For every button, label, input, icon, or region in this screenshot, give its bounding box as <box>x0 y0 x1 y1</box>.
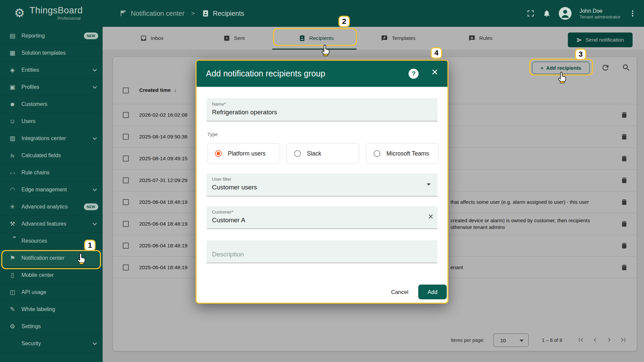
top-header: Notification center > Recipients John Do… <box>103 0 644 27</box>
sidebar-item-white-labeling[interactable]: ✎ White labeling <box>0 301 103 318</box>
radio-selected-icon[interactable] <box>215 150 222 157</box>
new-badge: NEW <box>84 33 98 39</box>
advanced-analytics-icon: ✳ <box>8 203 17 210</box>
header-actions: John Doe Tenant administrator <box>527 0 637 27</box>
thingsboard-logo-icon: ⚙ <box>14 6 25 20</box>
dropdown-arrow-icon[interactable] <box>427 183 431 186</box>
customers-icon: ☻ <box>8 101 17 108</box>
sidebar-item-reporting[interactable]: ▤ Reporting NEW <box>0 27 103 45</box>
chevron-down-icon <box>93 188 97 191</box>
solution-templates-icon: ▦ <box>8 49 17 57</box>
sidebar-item-label: Reporting <box>21 33 45 39</box>
type-option-slack[interactable]: Slack <box>286 143 359 164</box>
sidebar-item-label: Solution templates <box>21 50 66 56</box>
clear-customer-button[interactable]: × <box>428 212 433 222</box>
customer-field-label: Customer* <box>212 209 233 215</box>
sidebar-item-label: Rule chains <box>21 170 50 176</box>
bell-icon <box>543 9 551 17</box>
add-button[interactable]: Add <box>418 285 447 299</box>
reporting-icon: ▤ <box>8 32 17 40</box>
app-edition: Professional <box>30 16 80 21</box>
type-option-platform-users[interactable]: Platform users <box>207 143 280 164</box>
user-filter-select[interactable]: User filter Customer users <box>207 173 437 196</box>
mobile-center-icon: ▯ <box>8 272 17 279</box>
step-badge-2: 2 <box>338 16 350 27</box>
sidebar-item-settings[interactable]: ⚙ Settings <box>0 318 103 335</box>
more-menu-button[interactable] <box>629 9 637 17</box>
white-labeling-icon: ✎ <box>8 306 17 313</box>
sidebar-item-label: Advanced analytics <box>21 204 68 210</box>
sidebar-item-label: Calculated fields <box>21 153 61 159</box>
sidebar-item-advanced-analytics[interactable]: ✳ Advanced analytics NEW <box>0 198 103 216</box>
sidebar-item-profiles[interactable]: ▣ Profiles <box>0 79 103 96</box>
clear-icon: × <box>428 212 433 222</box>
sidebar-item-customers[interactable]: ☻ Customers <box>0 96 103 113</box>
chevron-down-icon <box>93 223 97 226</box>
help-button[interactable]: ? <box>409 69 419 79</box>
sidebar-item-edge-management[interactable]: ◠ Edge management <box>0 181 103 198</box>
sidebar-item-label: Customers <box>21 101 47 107</box>
sidebar-item-entities[interactable]: ◈ Entities <box>0 62 103 79</box>
sidebar-item-calculated-fields[interactable]: fx Calculated fields <box>0 147 103 164</box>
rule-chains-icon: ‹·› <box>8 170 17 176</box>
breadcrumb-parent[interactable]: Notification center <box>131 10 184 17</box>
name-field-label: Name* <box>212 102 226 107</box>
recipients-crumb-icon <box>202 10 209 17</box>
close-icon: × <box>431 65 438 78</box>
sidebar: ⚙ ThingsBoard Professional ▤ Reporting N… <box>0 0 103 362</box>
kebab-menu-icon <box>629 9 637 17</box>
sidebar-item-rule-chains[interactable]: ‹·› Rule chains <box>0 164 103 181</box>
radio-unselected-icon[interactable] <box>294 150 301 157</box>
sidebar-item-api-usage[interactable]: ◫ API usage <box>0 284 103 301</box>
customer-field-value: Customer A <box>212 217 245 224</box>
users-icon: ☺ <box>8 118 17 125</box>
sidebar-item-label: Advanced features <box>21 221 66 227</box>
app-logo: ⚙ ThingsBoard Professional <box>0 0 103 27</box>
add-recipients-group-dialog: Add notification recipients group ? × Na… <box>196 60 448 304</box>
notification-center-crumb-icon <box>119 10 127 17</box>
resources-icon <box>8 238 17 245</box>
avatar[interactable] <box>559 7 572 20</box>
sidebar-nav: ▤ Reporting NEW ▦ Solution templates ◈ E… <box>0 27 103 352</box>
sidebar-item-users[interactable]: ☺ Users <box>0 113 103 130</box>
chevron-down-icon <box>93 86 97 89</box>
new-badge: NEW <box>84 203 98 210</box>
name-field-value: Refrigeration operators <box>212 109 277 116</box>
type-option-microsoft-teams[interactable]: Microsoft Teams <box>366 143 439 164</box>
breadcrumb: Notification center > Recipients <box>119 0 244 27</box>
description-placeholder: Description <box>212 251 244 258</box>
sidebar-item-security[interactable]: Security <box>0 335 103 352</box>
user-filter-value: Customer users <box>212 184 257 191</box>
sidebar-item-label: Mobile center <box>21 272 54 278</box>
name-field[interactable]: Name* Refrigeration operators <box>207 98 437 121</box>
sidebar-item-label: Users <box>21 118 36 124</box>
sidebar-item-label: Notification center <box>21 255 64 261</box>
step-badge-1: 1 <box>84 240 96 251</box>
sidebar-item-notification-center[interactable]: ⚑ Notification center <box>0 250 103 267</box>
avatar-icon <box>559 7 572 20</box>
chevron-down-icon <box>93 137 97 140</box>
breadcrumb-current: Recipients <box>213 10 244 17</box>
sidebar-item-advanced-features[interactable]: ⚒ Advanced features <box>0 216 103 233</box>
sidebar-item-integrations-center[interactable]: ▥ Integrations center <box>0 130 103 147</box>
help-icon: ? <box>412 70 416 77</box>
dialog-header: Add notification recipients group ? × <box>197 61 447 87</box>
notifications-bell-button[interactable] <box>543 9 551 17</box>
user-info[interactable]: John Doe Tenant administrator <box>580 7 621 20</box>
profiles-icon: ▣ <box>8 83 17 91</box>
sidebar-item-mobile-center[interactable]: ▯ Mobile center <box>0 267 103 284</box>
type-section-label: Type <box>207 132 218 137</box>
edge-management-icon: ◠ <box>8 186 17 193</box>
sidebar-item-solution-templates[interactable]: ▦ Solution templates <box>0 45 103 62</box>
step-badge-3: 3 <box>575 49 586 60</box>
close-dialog-button[interactable]: × <box>431 66 438 77</box>
fullscreen-button[interactable] <box>527 9 535 17</box>
radio-option-label: Slack <box>307 150 321 157</box>
sidebar-item-label: Entities <box>21 67 39 73</box>
customer-field[interactable]: Customer* Customer A × <box>207 206 437 229</box>
app-name: ThingsBoard <box>30 5 83 16</box>
radio-unselected-icon[interactable] <box>374 150 380 157</box>
cancel-button[interactable]: Cancel <box>385 285 414 299</box>
settings-icon: ⚙ <box>8 323 17 330</box>
description-field[interactable]: Description <box>207 240 437 263</box>
